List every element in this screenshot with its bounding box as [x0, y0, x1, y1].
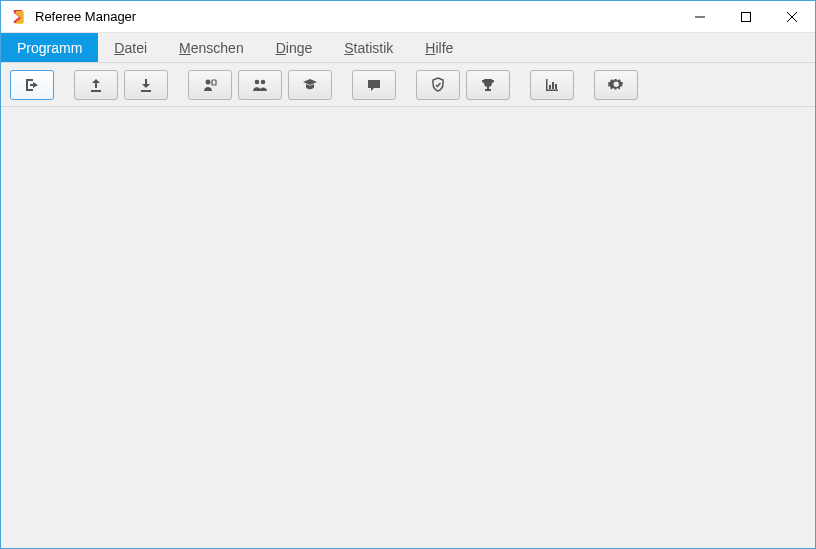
toolbar-separator	[399, 84, 413, 85]
titlebar: Referee Manager	[1, 1, 815, 33]
trophy-icon	[480, 77, 496, 93]
toolbar	[1, 63, 815, 107]
toolbar-separator	[335, 84, 349, 85]
menu-menschen[interactable]: Menschen	[163, 33, 260, 62]
download-icon	[138, 77, 154, 93]
toolbar-separator	[171, 84, 185, 85]
close-icon	[787, 12, 797, 22]
upload-icon	[88, 77, 104, 93]
message-icon	[366, 77, 382, 93]
trainees-button[interactable]	[288, 70, 332, 100]
tournaments-button[interactable]	[466, 70, 510, 100]
minimize-icon	[695, 12, 705, 22]
people-button[interactable]	[238, 70, 282, 100]
chart-icon	[544, 77, 560, 93]
graduate-icon	[302, 77, 318, 93]
statistics-button[interactable]	[530, 70, 574, 100]
menu-hilfe[interactable]: Hilfe	[409, 33, 469, 62]
menubar: ProgrammDateiMenschenDingeStatistikHilfe	[1, 33, 815, 63]
exit-button[interactable]	[10, 70, 54, 100]
toolbar-separator	[513, 84, 527, 85]
menu-statistik[interactable]: Statistik	[328, 33, 409, 62]
content-area	[1, 107, 815, 548]
leagues-button[interactable]	[416, 70, 460, 100]
toolbar-separator	[577, 84, 591, 85]
close-button[interactable]	[769, 1, 815, 32]
referees-button[interactable]	[188, 70, 232, 100]
shield-icon	[430, 77, 446, 93]
app-icon	[11, 9, 27, 25]
messages-button[interactable]	[352, 70, 396, 100]
gear-icon	[608, 77, 624, 93]
maximize-icon	[741, 12, 751, 22]
window-controls	[677, 1, 815, 32]
referee-icon	[202, 77, 218, 93]
window-title: Referee Manager	[35, 9, 677, 24]
menu-programm[interactable]: Programm	[1, 33, 98, 62]
svg-rect-1	[742, 12, 751, 21]
settings-button[interactable]	[594, 70, 638, 100]
download-button[interactable]	[124, 70, 168, 100]
menu-dinge[interactable]: Dinge	[260, 33, 329, 62]
toolbar-separator	[57, 84, 71, 85]
menu-datei[interactable]: Datei	[98, 33, 163, 62]
minimize-button[interactable]	[677, 1, 723, 32]
people-icon	[252, 77, 268, 93]
maximize-button[interactable]	[723, 1, 769, 32]
exit-icon	[24, 77, 40, 93]
app-window: Referee Manager ProgrammDateiMenschenDin…	[0, 0, 816, 549]
upload-button[interactable]	[74, 70, 118, 100]
